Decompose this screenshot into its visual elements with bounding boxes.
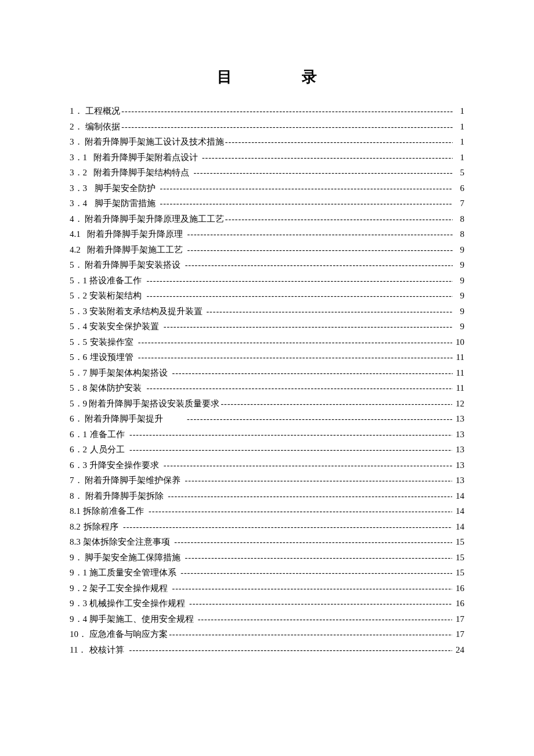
toc-entry-page: 1 [453,119,464,134]
toc-entry: 5．3安装附着支承结构及提升装置9 [70,304,464,319]
toc-entry-number: 3．1 [70,150,87,165]
toc-entry-number: 4． [70,211,83,226]
toc-entry-page: 1 [453,103,464,118]
toc-leader [149,505,452,519]
toc-leader [160,182,453,196]
toc-entry-number: 9．2 [70,581,87,596]
toc-entry-page: 15 [452,534,464,549]
toc-entry-number: 3．4 [70,196,87,211]
toc-entry-label: 施工质量安全管理体系 [89,565,178,580]
toc-entry-label: 编制依据 [85,119,121,134]
toc-entry-number: 10． [70,627,87,642]
toc-entry: 8．附着升降脚手架拆除14 [70,488,464,504]
toc-entry-label: 埋设预埋管 [90,350,135,365]
toc-entry-label: 应急准备与响应方案 [89,627,169,642]
toc-entry-page: 8 [453,211,464,226]
toc-leader [185,474,452,488]
toc-entry: 9．4脚手架施工、使用安全规程17 [70,611,464,627]
toc-entry-page: 9 [453,273,464,288]
toc-entry-label: 附着升降脚手架维护保养 [85,473,182,488]
toc-entry-number: 8.1 [70,503,81,519]
toc-entry-page: 9 [453,319,464,334]
toc-entry-label: 附着升降脚手架附着点设计 [93,150,199,165]
toc-entry: 4．附着升降脚手架升降原理及施工工艺8 [70,211,464,227]
toc-entry-label: 安装操作室 [90,334,135,350]
toc-entry-number: 3．3 [70,181,87,196]
toc-entry-number: 5．2 [70,288,87,303]
toc-leader [187,228,453,242]
toc-leader [164,459,452,473]
toc-leader [168,489,452,504]
toc-entry-number: 5． [70,257,83,272]
toc-leader [121,105,453,119]
toc-entry: 5．1搭设准备工作9 [70,273,464,289]
toc-entry: 5．4安装安全保护装置9 [70,319,464,334]
toc-entry-page: 16 [452,596,464,611]
toc-entry: 7．附着升降脚手架维护保养13 [70,473,464,488]
toc-entry-label: 脚手架防雷措施 [95,196,157,211]
toc-entry-page: 13 [452,411,464,426]
toc-entry: 4.1附着升降脚手架升降原理8 [70,226,464,242]
toc-leader [146,289,453,304]
toc-entry: 5．6埋设预埋管11 [70,350,464,365]
toc-entry-page: 12 [452,396,464,411]
toc-entry-number: 5．1 [70,273,87,288]
toc-entry-page: 8 [453,226,464,242]
toc-leader [185,258,453,273]
toc-entry-label: 附着升降脚手架升降原理及施工工艺 [85,211,225,226]
toc-entry-page: 1 [453,134,464,149]
toc-entry-label: 准备工作 [90,427,126,442]
toc-entry-page: 7 [453,196,464,211]
toc-entry: 5．5安装操作室10 [70,334,464,350]
toc-entry-label: 附着升降脚手架安装搭设 [85,257,182,272]
toc-leader [174,535,452,550]
toc-leader [221,397,452,412]
toc-entry-label: 附着升降脚手架提升 [85,411,164,426]
toc-entry-number: 9．4 [70,611,87,627]
toc-entry-page: 14 [452,519,464,534]
toc-entry-number: 5．3 [70,304,87,319]
toc-entry-label: 校核计算 [89,642,125,657]
toc-leader [129,428,452,442]
toc-entry-label: 架子工安全操作规程 [89,581,169,596]
toc-entry-label: 工程概况 [85,103,121,118]
toc-entry-number: 5．6 [70,350,87,365]
toc-entry-number: 1． [70,103,83,118]
toc-entry: 6．2人员分工13 [70,442,464,458]
toc-leader [129,443,452,458]
toc-entry-label: 附着升降脚手架搭设安装质量要求 [89,396,221,411]
toc-entry: 2．编制依据1 [70,119,464,135]
toc-entry-label: 架体拆除安全注意事项 [83,534,171,549]
toc-entry: 3．3脚手架安全防护6 [70,181,464,196]
toc-entry-page: 11 [453,380,464,395]
toc-leader [172,582,452,596]
toc-entry-number: 2． [70,119,83,134]
toc-leader [138,351,453,365]
toc-entry-label: 附着升降脚手架升降原理 [87,226,184,242]
toc-leader [164,320,453,334]
toc-leader [146,274,453,289]
toc-entry-page: 17 [452,627,464,642]
toc-entry-label: 拆除程序 [84,519,120,534]
toc-entry-label: 附着升降脚手架施工设计及技术措施 [85,134,225,149]
toc-entry-number: 11． [70,642,86,657]
toc-entry: 3．附着升降脚手架施工设计及技术措施1 [70,134,464,150]
toc-entry: 9．2架子工安全操作规程16 [70,581,464,596]
toc-entry-number: 3．2 [70,165,87,180]
toc-leader [193,166,453,181]
toc-entry-label: 脚手架施工、使用安全规程 [89,611,195,627]
toc-entry-page: 10 [452,334,464,350]
toc-entry: 3．2附着升降脚手架结构特点5 [70,165,464,181]
toc-entry-page: 14 [452,503,464,519]
toc-entry-number: 5．5 [70,334,87,350]
toc-entry-page: 9 [453,242,464,257]
toc-entry: 8.3架体拆除安全注意事项15 [70,534,464,550]
toc-entry-number: 5．7 [70,365,87,380]
toc-entry-page: 13 [452,427,464,442]
toc-entry-number: 8.2 [70,519,81,534]
toc-entry-page: 13 [452,442,464,457]
toc-entry-label: 脚手架架体构架搭设 [89,365,169,380]
toc-entry-number: 9． [70,550,83,565]
toc-leader [160,197,453,211]
toc-entry: 9．1施工质量安全管理体系15 [70,565,464,581]
